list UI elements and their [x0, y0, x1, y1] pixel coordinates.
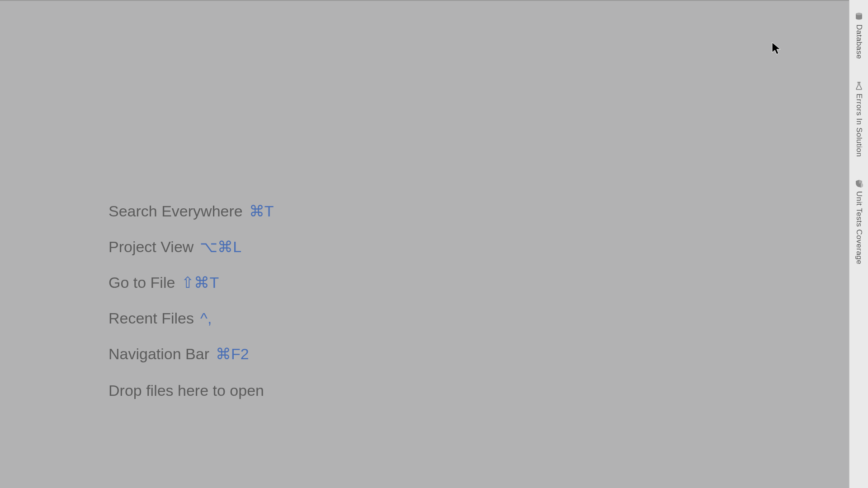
editor-empty-area[interactable]: Search Everywhere ⌘T Project View ⌥⌘L Go… — [0, 0, 849, 488]
flask-icon — [854, 81, 864, 91]
shortcut-label: Search Everywhere — [108, 203, 243, 219]
shortcut-recent-files: Recent Files ^, — [108, 310, 274, 326]
shortcut-label: Go to File — [108, 275, 175, 290]
database-icon — [854, 12, 864, 22]
shortcut-key: ⌘F2 — [216, 346, 249, 361]
sidebar-tab-label: Errors In Solution — [854, 94, 863, 157]
drop-files-hint: Drop files here to open — [108, 382, 274, 399]
shortcut-navigation-bar: Navigation Bar ⌘F2 — [108, 346, 274, 361]
sidebar-tab-label: Database — [854, 24, 863, 59]
shortcut-key: ^, — [200, 310, 212, 326]
shortcut-label: Project View — [108, 239, 193, 254]
shortcut-key: ⌘T — [249, 203, 274, 219]
svg-point-1 — [856, 13, 862, 15]
sidebar-tab-unit-tests-coverage[interactable]: Unit Tests Coverage — [854, 175, 864, 269]
right-tool-sidebar: Database Errors In Solution Unit Tests C… — [849, 0, 868, 488]
sidebar-tab-errors-in-solution[interactable]: Errors In Solution — [854, 77, 864, 161]
shortcut-go-to-file: Go to File ⇧⌘T — [108, 275, 274, 290]
shortcut-label: Recent Files — [108, 310, 194, 326]
sidebar-tab-database[interactable]: Database — [854, 8, 864, 64]
shortcut-search-everywhere: Search Everywhere ⌘T — [108, 203, 274, 219]
shortcut-project-view: Project View ⌥⌘L — [108, 239, 274, 254]
sidebar-tab-label: Unit Tests Coverage — [854, 191, 863, 264]
shortcut-key: ⌥⌘L — [200, 239, 241, 254]
shortcut-hints: Search Everywhere ⌘T Project View ⌥⌘L Go… — [108, 203, 274, 399]
shield-coverage-icon — [854, 178, 864, 188]
shortcut-key: ⇧⌘T — [181, 275, 219, 290]
shortcut-label: Navigation Bar — [108, 346, 209, 361]
